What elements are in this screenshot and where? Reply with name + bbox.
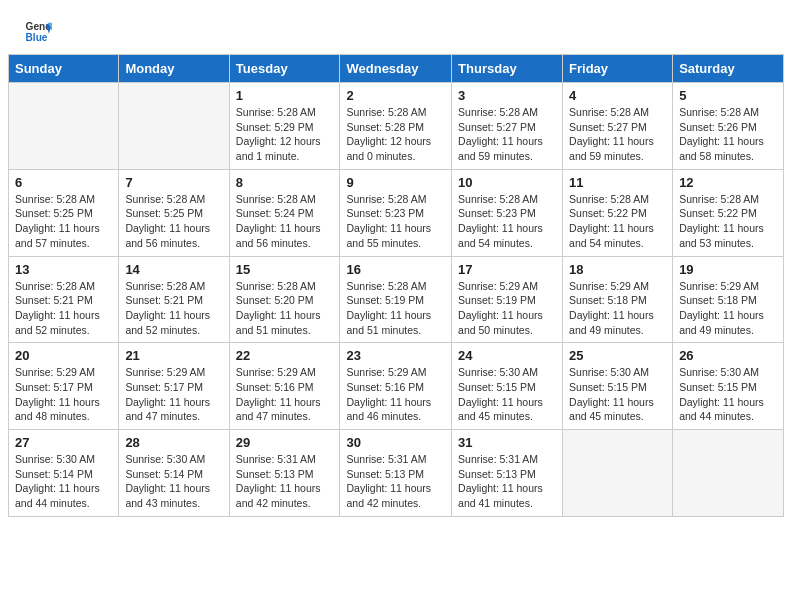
day-info: Sunrise: 5:28 AMSunset: 5:21 PMDaylight:… [15,279,112,338]
day-number: 25 [569,348,666,363]
weekday-header-sunday: Sunday [9,55,119,83]
day-info: Sunrise: 5:28 AMSunset: 5:21 PMDaylight:… [125,279,222,338]
day-info: Sunrise: 5:28 AMSunset: 5:29 PMDaylight:… [236,105,334,164]
calendar-cell: 16Sunrise: 5:28 AMSunset: 5:19 PMDayligh… [340,256,452,343]
calendar-wrapper: SundayMondayTuesdayWednesdayThursdayFrid… [0,54,792,525]
day-info: Sunrise: 5:29 AMSunset: 5:16 PMDaylight:… [346,365,445,424]
calendar-cell: 11Sunrise: 5:28 AMSunset: 5:22 PMDayligh… [563,169,673,256]
day-number: 26 [679,348,777,363]
weekday-header-saturday: Saturday [673,55,784,83]
calendar-cell: 15Sunrise: 5:28 AMSunset: 5:20 PMDayligh… [229,256,340,343]
day-number: 8 [236,175,334,190]
calendar-cell: 9Sunrise: 5:28 AMSunset: 5:23 PMDaylight… [340,169,452,256]
day-info: Sunrise: 5:30 AMSunset: 5:15 PMDaylight:… [569,365,666,424]
calendar-cell [9,83,119,170]
calendar-cell: 7Sunrise: 5:28 AMSunset: 5:25 PMDaylight… [119,169,229,256]
calendar-cell: 23Sunrise: 5:29 AMSunset: 5:16 PMDayligh… [340,343,452,430]
day-info: Sunrise: 5:31 AMSunset: 5:13 PMDaylight:… [236,452,334,511]
week-row-4: 27Sunrise: 5:30 AMSunset: 5:14 PMDayligh… [9,430,784,517]
weekday-header-monday: Monday [119,55,229,83]
day-number: 28 [125,435,222,450]
calendar-cell: 5Sunrise: 5:28 AMSunset: 5:26 PMDaylight… [673,83,784,170]
day-number: 14 [125,262,222,277]
day-info: Sunrise: 5:28 AMSunset: 5:19 PMDaylight:… [346,279,445,338]
day-number: 5 [679,88,777,103]
day-info: Sunrise: 5:30 AMSunset: 5:15 PMDaylight:… [458,365,556,424]
day-number: 10 [458,175,556,190]
day-number: 20 [15,348,112,363]
calendar-cell: 31Sunrise: 5:31 AMSunset: 5:13 PMDayligh… [452,430,563,517]
calendar-cell: 22Sunrise: 5:29 AMSunset: 5:16 PMDayligh… [229,343,340,430]
day-info: Sunrise: 5:29 AMSunset: 5:18 PMDaylight:… [679,279,777,338]
week-row-2: 13Sunrise: 5:28 AMSunset: 5:21 PMDayligh… [9,256,784,343]
weekday-header-row: SundayMondayTuesdayWednesdayThursdayFrid… [9,55,784,83]
day-info: Sunrise: 5:28 AMSunset: 5:20 PMDaylight:… [236,279,334,338]
calendar-cell: 4Sunrise: 5:28 AMSunset: 5:27 PMDaylight… [563,83,673,170]
day-info: Sunrise: 5:29 AMSunset: 5:18 PMDaylight:… [569,279,666,338]
day-info: Sunrise: 5:28 AMSunset: 5:26 PMDaylight:… [679,105,777,164]
calendar-cell: 13Sunrise: 5:28 AMSunset: 5:21 PMDayligh… [9,256,119,343]
day-info: Sunrise: 5:28 AMSunset: 5:25 PMDaylight:… [15,192,112,251]
calendar-cell: 3Sunrise: 5:28 AMSunset: 5:27 PMDaylight… [452,83,563,170]
day-info: Sunrise: 5:28 AMSunset: 5:25 PMDaylight:… [125,192,222,251]
day-info: Sunrise: 5:28 AMSunset: 5:22 PMDaylight:… [569,192,666,251]
calendar-cell: 10Sunrise: 5:28 AMSunset: 5:23 PMDayligh… [452,169,563,256]
day-info: Sunrise: 5:28 AMSunset: 5:24 PMDaylight:… [236,192,334,251]
day-info: Sunrise: 5:28 AMSunset: 5:27 PMDaylight:… [569,105,666,164]
calendar-cell: 26Sunrise: 5:30 AMSunset: 5:15 PMDayligh… [673,343,784,430]
week-row-1: 6Sunrise: 5:28 AMSunset: 5:25 PMDaylight… [9,169,784,256]
calendar-cell: 29Sunrise: 5:31 AMSunset: 5:13 PMDayligh… [229,430,340,517]
day-number: 30 [346,435,445,450]
day-info: Sunrise: 5:31 AMSunset: 5:13 PMDaylight:… [346,452,445,511]
day-number: 3 [458,88,556,103]
day-info: Sunrise: 5:29 AMSunset: 5:19 PMDaylight:… [458,279,556,338]
day-number: 29 [236,435,334,450]
day-number: 17 [458,262,556,277]
day-info: Sunrise: 5:30 AMSunset: 5:14 PMDaylight:… [15,452,112,511]
calendar-cell: 21Sunrise: 5:29 AMSunset: 5:17 PMDayligh… [119,343,229,430]
day-number: 23 [346,348,445,363]
day-info: Sunrise: 5:31 AMSunset: 5:13 PMDaylight:… [458,452,556,511]
day-info: Sunrise: 5:29 AMSunset: 5:17 PMDaylight:… [125,365,222,424]
day-number: 13 [15,262,112,277]
day-info: Sunrise: 5:29 AMSunset: 5:16 PMDaylight:… [236,365,334,424]
calendar-cell: 8Sunrise: 5:28 AMSunset: 5:24 PMDaylight… [229,169,340,256]
calendar-cell: 14Sunrise: 5:28 AMSunset: 5:21 PMDayligh… [119,256,229,343]
day-info: Sunrise: 5:30 AMSunset: 5:15 PMDaylight:… [679,365,777,424]
calendar-cell: 28Sunrise: 5:30 AMSunset: 5:14 PMDayligh… [119,430,229,517]
calendar-cell: 27Sunrise: 5:30 AMSunset: 5:14 PMDayligh… [9,430,119,517]
svg-text:Blue: Blue [26,32,48,43]
day-number: 18 [569,262,666,277]
calendar-cell: 30Sunrise: 5:31 AMSunset: 5:13 PMDayligh… [340,430,452,517]
calendar-table: SundayMondayTuesdayWednesdayThursdayFrid… [8,54,784,517]
day-number: 27 [15,435,112,450]
week-row-0: 1Sunrise: 5:28 AMSunset: 5:29 PMDaylight… [9,83,784,170]
calendar-cell: 18Sunrise: 5:29 AMSunset: 5:18 PMDayligh… [563,256,673,343]
logo-icon: General Blue [24,18,52,46]
day-number: 6 [15,175,112,190]
day-number: 31 [458,435,556,450]
day-info: Sunrise: 5:28 AMSunset: 5:23 PMDaylight:… [346,192,445,251]
calendar-cell: 24Sunrise: 5:30 AMSunset: 5:15 PMDayligh… [452,343,563,430]
calendar-cell: 2Sunrise: 5:28 AMSunset: 5:28 PMDaylight… [340,83,452,170]
day-number: 4 [569,88,666,103]
day-number: 11 [569,175,666,190]
calendar-cell: 20Sunrise: 5:29 AMSunset: 5:17 PMDayligh… [9,343,119,430]
calendar-cell [563,430,673,517]
day-number: 12 [679,175,777,190]
day-number: 19 [679,262,777,277]
logo: General Blue [24,18,56,46]
calendar-cell: 25Sunrise: 5:30 AMSunset: 5:15 PMDayligh… [563,343,673,430]
weekday-header-wednesday: Wednesday [340,55,452,83]
day-info: Sunrise: 5:30 AMSunset: 5:14 PMDaylight:… [125,452,222,511]
day-info: Sunrise: 5:28 AMSunset: 5:23 PMDaylight:… [458,192,556,251]
weekday-header-thursday: Thursday [452,55,563,83]
calendar-cell [119,83,229,170]
day-number: 9 [346,175,445,190]
weekday-header-tuesday: Tuesday [229,55,340,83]
day-info: Sunrise: 5:28 AMSunset: 5:27 PMDaylight:… [458,105,556,164]
day-number: 15 [236,262,334,277]
weekday-header-friday: Friday [563,55,673,83]
day-number: 24 [458,348,556,363]
day-number: 22 [236,348,334,363]
